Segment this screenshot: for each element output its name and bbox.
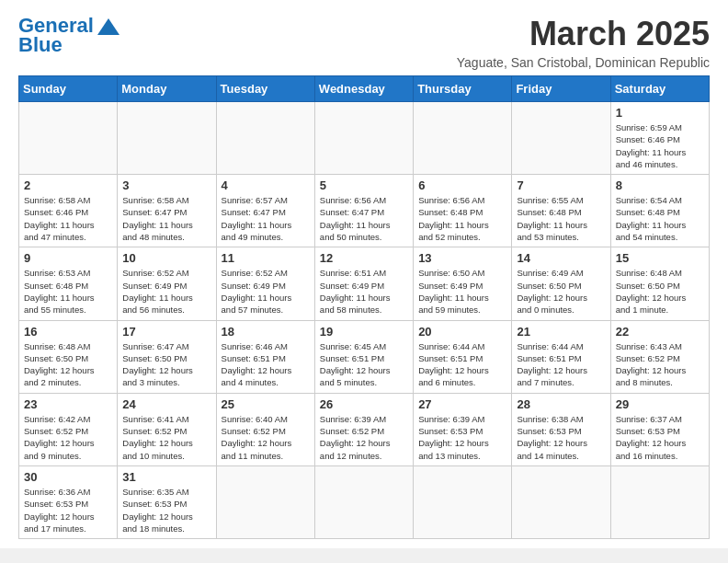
calendar-day-cell: 13Sunrise: 6:50 AM Sunset: 6:49 PM Dayli… — [414, 247, 512, 320]
calendar-day-cell — [118, 102, 216, 175]
calendar-day-cell: 24Sunrise: 6:41 AM Sunset: 6:52 PM Dayli… — [118, 393, 216, 465]
calendar-day-cell: 16Sunrise: 6:48 AM Sunset: 6:50 PM Dayli… — [19, 320, 118, 393]
day-number: 19 — [320, 325, 408, 339]
day-info: Sunrise: 6:56 AM Sunset: 6:48 PM Dayligh… — [418, 194, 506, 243]
calendar-day-cell: 30Sunrise: 6:36 AM Sunset: 6:53 PM Dayli… — [19, 465, 118, 538]
logo-triangle-icon — [96, 17, 121, 37]
day-number: 1 — [616, 106, 704, 120]
day-info: Sunrise: 6:39 AM Sunset: 6:52 PM Dayligh… — [320, 413, 408, 462]
day-info: Sunrise: 6:42 AM Sunset: 6:52 PM Dayligh… — [24, 413, 112, 462]
calendar-day-cell: 8Sunrise: 6:54 AM Sunset: 6:48 PM Daylig… — [610, 175, 709, 247]
header-sunday: Sunday — [19, 76, 118, 102]
calendar-day-cell: 19Sunrise: 6:45 AM Sunset: 6:51 PM Dayli… — [314, 320, 413, 393]
calendar-day-cell — [314, 465, 413, 538]
day-number: 15 — [616, 251, 704, 265]
day-info: Sunrise: 6:51 AM Sunset: 6:49 PM Dayligh… — [320, 267, 408, 316]
day-number: 11 — [222, 251, 310, 265]
calendar-day-cell: 14Sunrise: 6:49 AM Sunset: 6:50 PM Dayli… — [512, 247, 610, 320]
calendar-day-cell: 23Sunrise: 6:42 AM Sunset: 6:52 PM Dayli… — [19, 393, 118, 465]
weekday-header-row: Sunday Monday Tuesday Wednesday Thursday… — [19, 76, 710, 102]
day-number: 16 — [24, 325, 112, 339]
day-number: 28 — [517, 397, 605, 411]
calendar-day-cell: 28Sunrise: 6:38 AM Sunset: 6:53 PM Dayli… — [512, 393, 610, 465]
calendar-header: Sunday Monday Tuesday Wednesday Thursday… — [19, 76, 710, 102]
calendar-day-cell: 18Sunrise: 6:46 AM Sunset: 6:51 PM Dayli… — [216, 320, 314, 393]
day-info: Sunrise: 6:57 AM Sunset: 6:47 PM Dayligh… — [222, 194, 310, 243]
day-info: Sunrise: 6:41 AM Sunset: 6:52 PM Dayligh… — [122, 413, 210, 462]
day-number: 6 — [418, 178, 506, 192]
day-number: 10 — [122, 251, 210, 265]
calendar-day-cell: 20Sunrise: 6:44 AM Sunset: 6:51 PM Dayli… — [414, 320, 512, 393]
header-thursday: Thursday — [414, 76, 512, 102]
calendar-week-row: 30Sunrise: 6:36 AM Sunset: 6:53 PM Dayli… — [19, 465, 710, 538]
calendar-title: March 2025 — [457, 15, 710, 53]
day-number: 21 — [517, 325, 605, 339]
calendar-day-cell — [414, 465, 512, 538]
day-number: 4 — [222, 178, 310, 192]
header-friday: Friday — [512, 76, 610, 102]
day-info: Sunrise: 6:52 AM Sunset: 6:49 PM Dayligh… — [122, 267, 210, 316]
day-info: Sunrise: 6:53 AM Sunset: 6:48 PM Dayligh… — [24, 267, 112, 316]
day-number: 31 — [122, 470, 210, 484]
day-number: 24 — [122, 397, 210, 411]
day-info: Sunrise: 6:48 AM Sunset: 6:50 PM Dayligh… — [24, 340, 112, 389]
calendar-day-cell: 17Sunrise: 6:47 AM Sunset: 6:50 PM Dayli… — [118, 320, 216, 393]
day-number: 17 — [122, 325, 210, 339]
calendar-day-cell — [610, 465, 709, 538]
calendar-day-cell — [512, 465, 610, 538]
day-info: Sunrise: 6:36 AM Sunset: 6:53 PM Dayligh… — [24, 486, 112, 534]
day-info: Sunrise: 6:59 AM Sunset: 6:46 PM Dayligh… — [616, 121, 704, 170]
calendar-day-cell: 22Sunrise: 6:43 AM Sunset: 6:52 PM Dayli… — [610, 320, 709, 393]
calendar-day-cell — [216, 102, 314, 175]
day-number: 29 — [616, 397, 704, 411]
day-number: 25 — [222, 397, 310, 411]
calendar-day-cell: 31Sunrise: 6:35 AM Sunset: 6:53 PM Dayli… — [118, 465, 216, 538]
calendar-day-cell — [314, 102, 413, 175]
day-number: 30 — [24, 470, 112, 484]
calendar-week-row: 9Sunrise: 6:53 AM Sunset: 6:48 PM Daylig… — [19, 247, 710, 320]
calendar-day-cell — [19, 102, 118, 175]
calendar-table: Sunday Monday Tuesday Wednesday Thursday… — [18, 75, 710, 539]
header: General Blue March 2025 Yaguate, San Cri… — [18, 15, 710, 70]
calendar-day-cell — [216, 465, 314, 538]
calendar-body: 1Sunrise: 6:59 AM Sunset: 6:46 PM Daylig… — [19, 102, 710, 539]
calendar-day-cell: 7Sunrise: 6:55 AM Sunset: 6:48 PM Daylig… — [512, 175, 610, 247]
day-info: Sunrise: 6:50 AM Sunset: 6:49 PM Dayligh… — [418, 267, 506, 316]
day-info: Sunrise: 6:40 AM Sunset: 6:52 PM Dayligh… — [222, 413, 310, 462]
calendar-week-row: 23Sunrise: 6:42 AM Sunset: 6:52 PM Dayli… — [19, 393, 710, 465]
day-number: 14 — [517, 251, 605, 265]
calendar-day-cell: 10Sunrise: 6:52 AM Sunset: 6:49 PM Dayli… — [118, 247, 216, 320]
calendar-day-cell: 27Sunrise: 6:39 AM Sunset: 6:53 PM Dayli… — [414, 393, 512, 465]
day-info: Sunrise: 6:58 AM Sunset: 6:46 PM Dayligh… — [24, 194, 112, 243]
day-number: 18 — [222, 325, 310, 339]
calendar-day-cell: 29Sunrise: 6:37 AM Sunset: 6:53 PM Dayli… — [610, 393, 709, 465]
calendar-day-cell: 15Sunrise: 6:48 AM Sunset: 6:50 PM Dayli… — [610, 247, 709, 320]
day-number: 27 — [418, 397, 506, 411]
title-block: March 2025 Yaguate, San Cristobal, Domin… — [457, 15, 710, 70]
calendar-day-cell — [512, 102, 610, 175]
calendar-day-cell: 5Sunrise: 6:56 AM Sunset: 6:47 PM Daylig… — [314, 175, 413, 247]
calendar-day-cell: 21Sunrise: 6:44 AM Sunset: 6:51 PM Dayli… — [512, 320, 610, 393]
header-wednesday: Wednesday — [314, 76, 413, 102]
day-info: Sunrise: 6:39 AM Sunset: 6:53 PM Dayligh… — [418, 413, 506, 462]
calendar-week-row: 1Sunrise: 6:59 AM Sunset: 6:46 PM Daylig… — [19, 102, 710, 175]
calendar-day-cell: 26Sunrise: 6:39 AM Sunset: 6:52 PM Dayli… — [314, 393, 413, 465]
day-number: 26 — [320, 397, 408, 411]
calendar-day-cell: 6Sunrise: 6:56 AM Sunset: 6:48 PM Daylig… — [414, 175, 512, 247]
day-number: 12 — [320, 251, 408, 265]
day-info: Sunrise: 6:46 AM Sunset: 6:51 PM Dayligh… — [222, 340, 310, 389]
svg-marker-0 — [97, 18, 119, 35]
logo: General Blue — [18, 15, 121, 57]
calendar-week-row: 2Sunrise: 6:58 AM Sunset: 6:46 PM Daylig… — [19, 175, 710, 247]
day-info: Sunrise: 6:43 AM Sunset: 6:52 PM Dayligh… — [616, 340, 704, 389]
day-info: Sunrise: 6:35 AM Sunset: 6:53 PM Dayligh… — [122, 486, 210, 534]
day-info: Sunrise: 6:47 AM Sunset: 6:50 PM Dayligh… — [122, 340, 210, 389]
header-tuesday: Tuesday — [216, 76, 314, 102]
calendar-day-cell: 3Sunrise: 6:58 AM Sunset: 6:47 PM Daylig… — [118, 175, 216, 247]
day-number: 7 — [517, 178, 605, 192]
day-number: 2 — [24, 178, 112, 192]
calendar-day-cell: 11Sunrise: 6:52 AM Sunset: 6:49 PM Dayli… — [216, 247, 314, 320]
day-info: Sunrise: 6:48 AM Sunset: 6:50 PM Dayligh… — [616, 267, 704, 316]
day-number: 8 — [616, 178, 704, 192]
day-number: 5 — [320, 178, 408, 192]
